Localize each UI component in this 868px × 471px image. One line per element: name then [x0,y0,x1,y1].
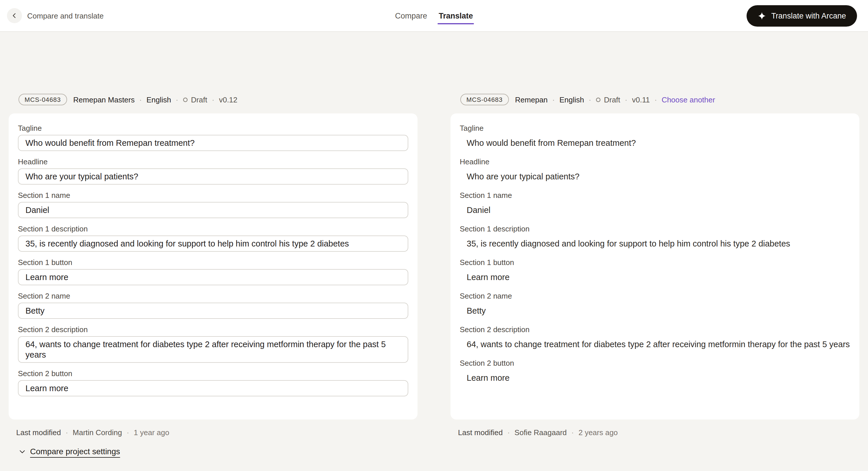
field-label: Section 1 description [460,225,850,234]
language-label: English [146,95,171,104]
choose-another-link[interactable]: Choose another [661,95,715,104]
field-value: Learn more [460,269,850,285]
field-input[interactable]: Daniel [18,202,408,218]
form-field: Section 1 buttonLearn more [18,258,408,285]
compare-columns: MCS-04683 Remepan Masters English Draft … [0,94,868,458]
form-field: Section 1 description35, is recently dia… [460,225,850,252]
separator-dot [507,428,510,437]
status-label: Draft [191,95,207,104]
form-field: Section 2 nameBetty [460,292,850,319]
compare-translate-page: Compare and translate Compare Translate … [0,0,868,471]
field-label: Section 2 button [18,369,408,378]
project-name: Remepan [515,95,548,104]
separator-dot [176,95,178,104]
field-label: Section 1 description [18,225,408,234]
tab-bar: Compare Translate [395,0,473,31]
separator-dot [589,95,591,104]
draft-circle-icon [596,97,601,102]
form-field: TaglineWho would benefit from Remepan tr… [460,124,850,151]
target-column: MCS-04683 Remepan English Draft v0.11 Ch… [451,94,859,458]
source-column: MCS-04683 Remepan Masters English Draft … [9,94,417,458]
field-label: Section 1 button [460,258,850,267]
field-label: Tagline [18,124,408,133]
form-field: Section 2 nameBetty [18,292,408,319]
translate-with-arcane-button[interactable]: Translate with Arcane [746,5,857,26]
target-last-modified: Last modified Sofie Raagaard 2 years ago [451,428,859,437]
separator-dot [212,95,215,104]
compare-project-settings-label: Compare project settings [30,447,120,456]
language-label: English [559,95,584,104]
last-modified-label: Last modified [16,428,61,437]
chevron-down-icon [19,447,26,455]
form-field: Section 1 nameDaniel [18,191,408,218]
chevron-left-icon [11,12,18,19]
last-modified-time: 2 years ago [579,428,618,437]
tab-translate[interactable]: Translate [439,11,473,20]
separator-dot [571,428,574,437]
sparkle-icon [757,11,766,20]
separator-dot [127,428,129,437]
field-label: Section 2 description [18,325,408,334]
form-field: Section 1 buttonLearn more [460,258,850,285]
source-last-modified: Last modified Martin Cording 1 year ago [9,428,417,437]
separator-dot [66,428,68,437]
form-field: Section 2 description64, wants to change… [18,325,408,363]
back-button[interactable] [7,8,22,23]
target-fields: TaglineWho would benefit from Remepan tr… [460,124,850,386]
separator-dot [552,95,555,104]
field-label: Section 2 description [460,325,850,334]
field-label: Headline [460,157,850,167]
field-value: Learn more [460,370,850,386]
field-input[interactable]: Who are your typical patients? [18,168,408,184]
last-modified-time: 1 year ago [134,428,169,437]
field-label: Section 1 name [18,191,408,200]
field-label: Section 1 button [18,258,408,267]
field-value: 64, wants to change treatment for diabet… [460,336,850,352]
form-field: HeadlineWho are your typical patients? [18,157,408,184]
version-label: v0.12 [219,95,237,104]
top-bar: Compare and translate Compare Translate … [0,0,868,32]
separator-dot [140,95,142,104]
form-field: Section 2 description64, wants to change… [460,325,850,352]
version-label: v0.11 [632,95,650,104]
field-value: Who would benefit from Remepan treatment… [460,135,850,151]
field-label: Section 1 name [460,191,850,200]
status-badge: Draft [596,95,620,104]
field-label: Tagline [460,124,850,133]
cta-label: Translate with Arcane [771,11,846,20]
separator-dot [625,95,627,104]
field-input[interactable]: Betty [18,303,408,319]
field-label: Headline [18,157,408,167]
page-title: Compare and translate [27,11,104,20]
last-modified-label: Last modified [458,428,503,437]
form-field: TaglineWho would benefit from Remepan tr… [18,124,408,151]
field-input[interactable]: 35, is recently diagnosed and looking fo… [18,235,408,252]
target-meta-row: MCS-04683 Remepan English Draft v0.11 Ch… [451,94,859,105]
form-field: Section 1 nameDaniel [460,191,850,218]
source-card: TaglineWho would benefit from Remepan tr… [9,113,417,419]
form-field: Section 1 description35, is recently dia… [18,225,408,252]
field-value: Daniel [460,202,850,218]
form-field: HeadlineWho are your typical patients? [460,157,850,184]
source-meta-row: MCS-04683 Remepan Masters English Draft … [9,94,417,105]
last-modified-author: Martin Cording [72,428,122,437]
project-code-badge: MCS-04683 [460,94,508,105]
form-field: Section 2 buttonLearn more [460,359,850,386]
field-input[interactable]: 64, wants to change treatment for diabet… [18,336,408,363]
last-modified-author: Sofie Raagaard [515,428,567,437]
draft-circle-icon [183,97,188,102]
separator-dot [654,95,657,104]
field-input[interactable]: Who would benefit from Remepan treatment… [18,135,408,151]
target-card: TaglineWho would benefit from Remepan tr… [451,113,859,419]
compare-project-settings-toggle[interactable]: Compare project settings [19,447,120,456]
tab-compare[interactable]: Compare [395,11,427,20]
field-input[interactable]: Learn more [18,380,408,396]
field-value: 35, is recently diagnosed and looking fo… [460,235,850,252]
project-code-badge: MCS-04683 [19,94,67,105]
field-label: Section 2 name [18,292,408,301]
field-value: Who are your typical patients? [460,168,850,184]
field-input[interactable]: Learn more [18,269,408,285]
field-value: Betty [460,303,850,319]
field-label: Section 2 name [460,292,850,301]
content-area: MCS-04683 Remepan Masters English Draft … [0,32,868,458]
